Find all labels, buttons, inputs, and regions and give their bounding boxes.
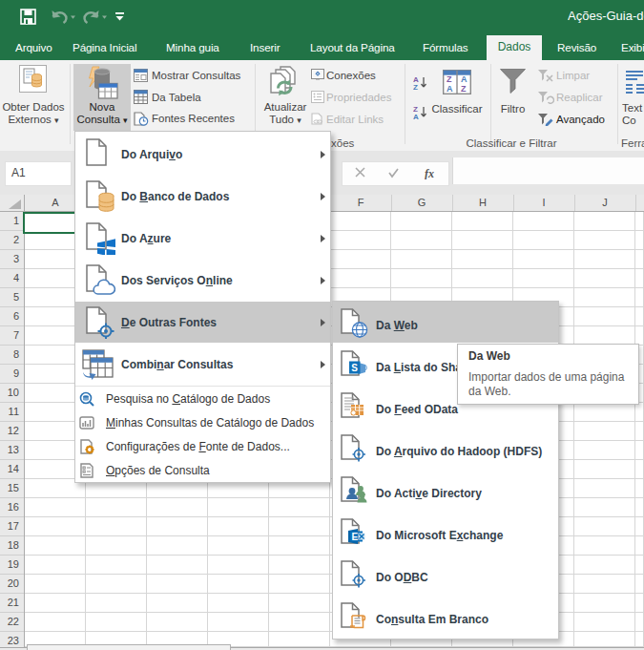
svg-text:Z: Z (447, 74, 452, 84)
svg-text:Z: Z (413, 83, 418, 91)
svg-text:E: E (352, 532, 359, 542)
svg-text:A: A (413, 113, 419, 120)
svg-text:Z: Z (461, 84, 467, 94)
svg-text:A: A (447, 84, 453, 94)
svg-text:fx: fx (425, 167, 434, 179)
svg-text:S: S (351, 363, 358, 373)
svg-text:A: A (461, 74, 467, 84)
